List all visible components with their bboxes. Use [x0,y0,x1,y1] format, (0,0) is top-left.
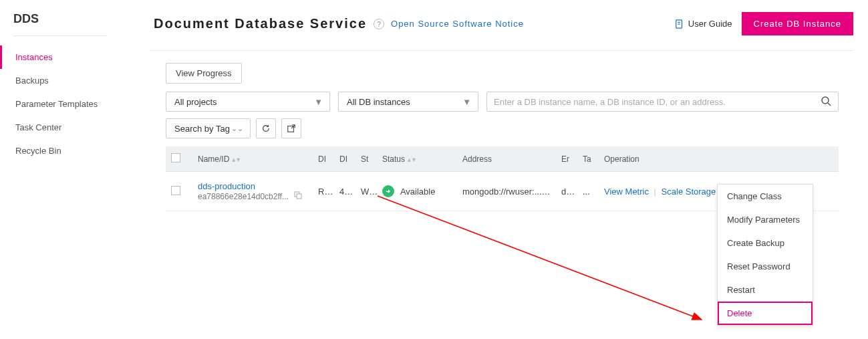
col-enterprise: Er [556,146,577,172]
project-select-value: All projects [174,97,217,107]
sidebar-item-task-center[interactable]: Task Center [0,116,140,139]
status-text: Available [400,187,436,197]
svg-line-12 [378,196,702,320]
col-db-type: DI [313,146,334,172]
search-by-tag-select[interactable]: Search by Tag ⌄⌄ [166,118,251,138]
annotation-arrow [374,193,722,333]
user-guide-link[interactable]: User Guide [675,19,732,29]
col-db-version: DI [334,146,355,172]
sort-icon: ▲▼ [406,156,416,163]
more-actions-dropdown: Change Class Modify Parameters Create Ba… [717,184,813,326]
cell-db-version: 4.0 [334,172,355,211]
dropdown-restart[interactable]: Restart [718,278,813,302]
row-checkbox[interactable] [171,186,180,195]
double-chevron-down-icon: ⌄⌄ [231,124,243,133]
dropdown-delete[interactable]: Delete [718,302,813,325]
cell-status: Available [377,172,457,211]
search-by-tag-label: Search by Tag [174,124,230,134]
table-header-row: Name/ID▲▼ DI DI St Status▲▼ Address Er T… [166,146,839,172]
user-guide-label: User Guide [688,19,732,29]
page-title: Document Database Service [154,16,367,31]
sidebar: DDS Instances Backups Parameter Template… [0,0,140,339]
instance-type-value: All DB instances [347,97,410,107]
col-status[interactable]: Status▲▼ [377,146,457,172]
view-metric-link[interactable]: View Metric [604,187,649,197]
instance-name-link[interactable]: dds-production [198,181,307,191]
refresh-icon [261,124,271,133]
svg-line-6 [291,125,295,128]
col-address: Address [457,146,556,172]
instance-id: ea78866e28e14d0cb2ff... [198,192,289,201]
export-icon [287,124,296,133]
cell-tags: ... [577,172,599,211]
sidebar-title: DDS [13,12,107,36]
col-tags: Ta [577,146,599,172]
dropdown-change-class[interactable]: Change Class [718,185,813,208]
sidebar-item-recycle-bin[interactable]: Recycle Bin [0,139,140,162]
dropdown-reset-password[interactable]: Reset Password [718,255,813,278]
cell-address: mongodb://rwuser:... [457,172,556,211]
cell-enterprise: defa [556,172,577,211]
sidebar-item-parameter-templates[interactable]: Parameter Templates [0,92,140,116]
refresh-button[interactable] [256,118,276,138]
search-box[interactable] [486,92,839,112]
create-db-instance-button[interactable]: Create DB Instance [742,12,853,35]
status-ok-icon [382,185,394,197]
view-progress-button[interactable]: View Progress [166,63,242,84]
search-input[interactable] [494,97,821,107]
caret-down-icon: ▼ [314,97,323,107]
svg-point-3 [822,97,829,104]
sidebar-item-backups[interactable]: Backups [0,69,140,92]
instance-type-select[interactable]: All DB instances ▼ [338,92,478,112]
caret-down-icon: ▼ [462,97,471,107]
dropdown-modify-parameters[interactable]: Modify Parameters [718,208,813,231]
filter-row: All projects ▼ All DB instances ▼ [166,92,839,112]
export-button[interactable] [281,118,301,138]
filter-row-2: Search by Tag ⌄⌄ [166,118,839,138]
document-icon [675,19,684,29]
svg-rect-8 [297,194,301,199]
sidebar-item-instances[interactable]: Instances [0,45,140,69]
sort-icon: ▲▼ [231,156,240,163]
copy-icon[interactable] [294,191,302,201]
cell-db-type: Rep [313,172,334,211]
oss-notice-link[interactable]: Open Source Software Notice [391,19,524,29]
sidebar-nav: Instances Backups Parameter Templates Ta… [13,45,140,162]
dropdown-create-backup[interactable]: Create Backup [718,231,813,255]
help-icon[interactable]: ? [374,19,384,29]
project-select[interactable]: All projects ▼ [166,92,330,112]
cell-storage: Wir [355,172,377,211]
select-all-checkbox[interactable] [171,153,180,162]
col-name-id[interactable]: Name/ID▲▼ [192,146,313,172]
col-storage: St [355,146,377,172]
page-header: Document Database Service ? Open Source … [154,12,853,35]
col-operation: Operation [599,146,839,172]
svg-line-4 [828,103,831,106]
cell-name-id: dds-production ea78866e28e14d0cb2ff... [192,172,313,211]
header-right: User Guide Create DB Instance [675,12,853,35]
main: Document Database Service ? Open Source … [154,0,868,211]
col-checkbox [166,146,192,172]
search-icon[interactable] [821,96,831,108]
